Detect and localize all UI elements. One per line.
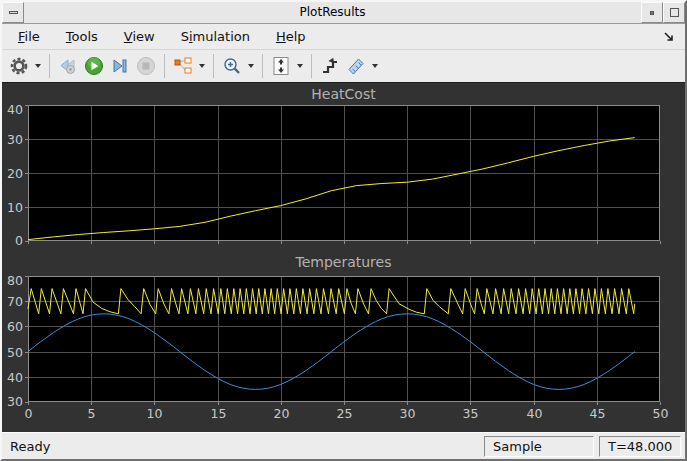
run-button[interactable]: [81, 53, 107, 79]
status-time: T=48.000: [599, 436, 681, 457]
svg-text:70: 70: [7, 294, 23, 309]
minimize-icon: [650, 11, 654, 15]
menu-item-view[interactable]: View: [114, 26, 165, 47]
signal-selector-dropdown[interactable]: [196, 53, 208, 79]
svg-text:5: 5: [88, 406, 96, 421]
heatcost-plot-title: HeatCost: [2, 86, 685, 102]
simulation-steps-icon: [320, 56, 340, 76]
menu-item-help[interactable]: Help: [266, 26, 316, 47]
svg-text:30: 30: [7, 132, 23, 147]
configuration-dropdown[interactable]: [32, 53, 44, 79]
window-menu-icon: [9, 11, 18, 14]
signal-selector-button[interactable]: [170, 53, 196, 79]
measurements-dropdown[interactable]: [369, 53, 381, 79]
window-menu-button[interactable]: [2, 2, 24, 23]
menubar: FileToolsViewSimulationHelp: [2, 24, 685, 50]
scope-canvas: HeatCost 010203040 Temperatures 05101520…: [2, 82, 685, 432]
step-forward-button[interactable]: [107, 53, 133, 79]
autoscale-icon: [271, 56, 291, 76]
svg-text:20: 20: [274, 406, 290, 421]
status-ready: Ready: [6, 439, 479, 454]
svg-text:0: 0: [25, 406, 33, 421]
menu-item-simulation[interactable]: Simulation: [171, 26, 260, 47]
signal-selector-icon: [173, 56, 193, 76]
toolbar-separator: [311, 54, 312, 78]
titlebar: PlotResults: [2, 2, 685, 24]
svg-text:40: 40: [527, 406, 543, 421]
chevron-down-icon: [35, 64, 41, 68]
measurements-button[interactable]: [343, 53, 369, 79]
svg-text:30: 30: [400, 406, 416, 421]
step-forward-icon: [110, 56, 130, 76]
zoom-in-icon: [222, 56, 242, 76]
svg-text:35: 35: [463, 406, 479, 421]
svg-text:25: 25: [337, 406, 353, 421]
step-style-button[interactable]: [317, 53, 343, 79]
svg-text:40: 40: [7, 104, 23, 117]
svg-text:10: 10: [147, 406, 163, 421]
zoom-button[interactable]: [219, 53, 245, 79]
dock-arrow-icon[interactable]: [661, 29, 677, 45]
temperatures-plot[interactable]: 05101520253035404550304050607080: [2, 275, 685, 427]
toolbar-separator: [164, 54, 165, 78]
svg-text:80: 80: [7, 275, 23, 288]
chevron-down-icon: [297, 64, 303, 68]
stop-button: [133, 53, 159, 79]
toolbar-separator: [213, 54, 214, 78]
svg-text:20: 20: [7, 166, 23, 181]
svg-text:40: 40: [7, 370, 23, 385]
menu-item-tools[interactable]: Tools: [56, 26, 108, 47]
maximize-icon: [670, 8, 679, 17]
toolbar-separator: [262, 54, 263, 78]
svg-text:15: 15: [211, 406, 227, 421]
window-title: PlotResults: [24, 2, 641, 23]
menu-item-file[interactable]: File: [8, 26, 50, 47]
configuration-button[interactable]: [6, 53, 32, 79]
statusbar: Ready Sample based T=48.000: [2, 432, 685, 459]
chevron-down-icon: [199, 64, 205, 68]
heatcost-plot[interactable]: 010203040: [2, 104, 685, 248]
toolbar: [2, 50, 685, 82]
chevron-down-icon: [372, 64, 378, 68]
chevron-down-icon: [248, 64, 254, 68]
svg-text:50: 50: [7, 345, 23, 360]
maximize-button[interactable]: [663, 2, 685, 23]
zoom-dropdown[interactable]: [245, 53, 257, 79]
step-back-icon: [58, 56, 78, 76]
autoscale-button[interactable]: [268, 53, 294, 79]
settings-gear-icon: [9, 56, 29, 76]
svg-text:45: 45: [590, 406, 606, 421]
measurements-icon: [346, 56, 366, 76]
svg-text:0: 0: [15, 233, 23, 248]
status-sample-based: Sample based: [484, 436, 594, 457]
autoscale-dropdown[interactable]: [294, 53, 306, 79]
run-icon: [84, 56, 104, 76]
temperatures-plot-title: Temperatures: [2, 254, 685, 270]
stop-icon: [136, 56, 156, 76]
svg-text:10: 10: [7, 200, 23, 215]
svg-text:60: 60: [7, 319, 23, 334]
step-back-button: [55, 53, 81, 79]
toolbar-separator: [49, 54, 50, 78]
minimize-button[interactable]: [641, 2, 663, 23]
scope-window: PlotResults FileToolsViewSimulationHelp …: [0, 0, 687, 461]
svg-text:30: 30: [7, 394, 23, 409]
svg-text:50: 50: [653, 406, 669, 421]
